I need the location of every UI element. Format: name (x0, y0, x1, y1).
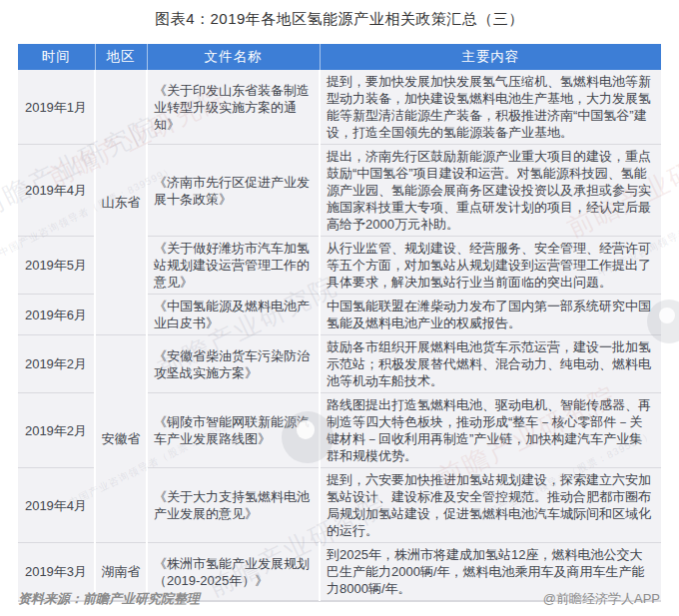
document-cell: 《中国氢能源及燃料电池产业白皮书》 (147, 295, 320, 335)
date-cell: 2019年6月 (18, 295, 95, 335)
source-note: 资料来源：前瞻产业研究院整理 (18, 590, 200, 608)
policy-table: 时间 地区 文件名称 主要内容 2019年1月 山东省 《关于印发山东省装备制造… (18, 44, 661, 602)
content-cell: 提到，要加快发展加快发展氢气压缩机、氢燃料电池等新型动力装备，加快建设氢燃料电池… (320, 70, 661, 145)
app-credit: @前瞻经济学人APP (543, 590, 660, 608)
document-cell: 《关于印发山东省装备制造业转型升级实施方案的通知》 (147, 70, 320, 145)
date-cell: 2019年4月 (18, 145, 95, 237)
date-cell: 2019年2月 (18, 335, 95, 393)
content-cell: 鼓励各市组织开展燃料电池货车示范运营，建设一批加氢示范站；积极发展替代燃料、混合… (320, 335, 661, 393)
document-cell: 《济南市先行区促进产业发展十条政策》 (147, 145, 320, 237)
document-cell: 《关于做好潍坊市汽车加氢站规划建设运营管理工作的意见》 (147, 237, 320, 295)
document-cell: 《安徽省柴油货车污染防治攻坚战实施方案》 (147, 335, 320, 393)
page-title: 图表4：2019年各地区氢能源产业相关政策汇总（三） (0, 10, 679, 29)
table-header-row: 时间 地区 文件名称 主要内容 (18, 44, 661, 70)
content-cell: 中国氢能联盟在潍柴动力发布了国内第一部系统研究中国氢能及燃料电池产业的权威报告。 (320, 295, 661, 335)
date-cell: 2019年5月 (18, 237, 95, 295)
content-cell: 从行业监管、规划建设、经营服务、安全管理、经营许可等五个方面，对加氢站从规划建设… (320, 237, 661, 295)
content-cell: 提出，济南先行区鼓励新能源产业重大项目的建设，重点鼓励“中国氢谷”项目建设和运营… (320, 145, 661, 237)
document-cell: 《铜陵市智能网联新能源汽车产业发展路线图》 (147, 393, 320, 468)
col-header-document: 文件名称 (147, 44, 320, 70)
table-row: 2019年1月 山东省 《关于印发山东省装备制造业转型升级实施方案的通知》 提到… (18, 70, 661, 145)
date-cell: 2019年2月 (18, 393, 95, 468)
table-row: 2019年2月 安徽省 《安徽省柴油货车污染防治攻坚战实施方案》 鼓励各市组织开… (18, 335, 661, 393)
document-cell: 《关于大力支持氢燃料电池产业发展的意见》 (147, 468, 320, 543)
content-cell: 路线图提出打造氢燃料电池、驱动电机、智能传感器、再制造等四大特色板块，推动形成“… (320, 393, 661, 468)
content-cell: 提到，六安要加快推进加氢站规划建设，探索建立六安加氢站设计、建设标准及安全管控规… (320, 468, 661, 543)
date-cell: 2019年1月 (18, 70, 95, 145)
col-header-region: 地区 (95, 44, 147, 70)
date-cell: 2019年4月 (18, 468, 95, 543)
region-cell: 安徽省 (95, 335, 147, 543)
col-header-content: 主要内容 (320, 44, 661, 70)
col-header-time: 时间 (18, 44, 95, 70)
region-cell: 山东省 (95, 70, 147, 335)
